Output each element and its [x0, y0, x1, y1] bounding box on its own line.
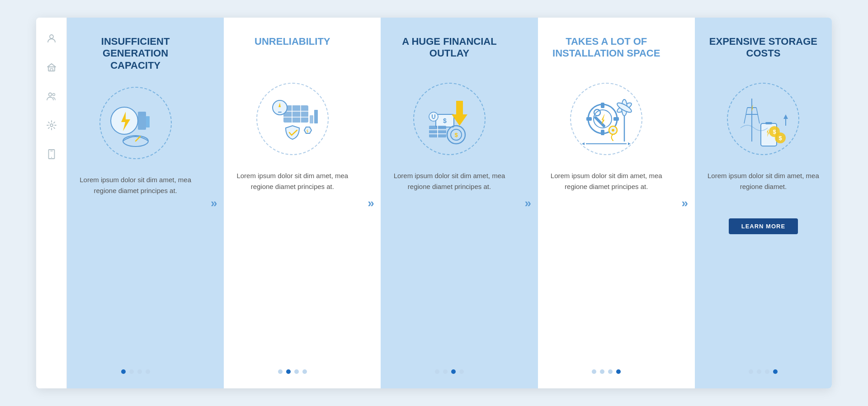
settings-icon[interactable]	[45, 119, 58, 132]
panels-container: INSUFFICIENT GENERATION CAPACITY L	[67, 18, 832, 388]
panel-1-illustration	[95, 82, 176, 164]
sidebar	[36, 18, 67, 388]
panel-3-title: A HUGE FINANCIAL OUTLAY	[392, 36, 507, 67]
user-icon[interactable]	[45, 32, 58, 45]
svg-point-3	[48, 93, 52, 96]
panel-1-pagination	[121, 369, 150, 374]
dot-4-1	[592, 369, 596, 374]
dot-3-1	[435, 369, 439, 374]
chevron-right-icon-4: »	[682, 196, 688, 210]
panel-1-title: INSUFFICIENT GENERATION CAPACITY	[78, 36, 193, 71]
dot-4-4	[616, 369, 621, 374]
panel-3-description: Lorem ipsum dolor sit dim amet, mea regi…	[392, 170, 507, 211]
panel-2-title: UNRELIABILITY	[255, 36, 330, 67]
dot-5-2	[757, 369, 761, 374]
people-icon[interactable]	[45, 90, 58, 103]
dot-5-4	[773, 369, 778, 374]
dot-2-4	[302, 369, 307, 374]
arrow-connector-3: »	[518, 18, 538, 388]
chevron-right-icon-3: »	[524, 196, 531, 210]
dot-3-2	[443, 369, 448, 374]
dot-3-4	[459, 369, 464, 374]
panel-5-description: Lorem ipsum dolor sit dim amet, mea regi…	[706, 170, 821, 211]
panel-5-title: EXPENSIVE STORAGE COSTS	[706, 36, 821, 67]
dot-5-1	[749, 369, 753, 374]
panel-installation: TAKES A LOT OF INSTALLATION SPACE	[538, 18, 675, 388]
dot-2-3	[294, 369, 299, 374]
dot-1-4	[146, 369, 150, 374]
panel-2-pagination	[278, 369, 307, 374]
dot-1-1	[121, 369, 126, 374]
learn-more-button[interactable]: LEARN MORE	[729, 218, 798, 234]
panel-storage: EXPENSIVE STORAGE COSTS	[695, 18, 832, 388]
dot-4-2	[600, 369, 604, 374]
svg-rect-2	[50, 69, 53, 71]
panel-4-description: Lorem ipsum dolor sit dim amet, mea regi…	[549, 170, 664, 211]
panel-1-description: Lorem ipsum dolor sit dim amet, mea regi…	[78, 175, 193, 215]
panel-financial: A HUGE FINANCIAL OUTLAY $ $	[381, 18, 518, 388]
panel-2-description: Lorem ipsum dolor sit dim amet, mea regi…	[235, 170, 350, 211]
svg-point-6	[51, 157, 52, 158]
main-container: INSUFFICIENT GENERATION CAPACITY L	[36, 18, 832, 388]
panel-insufficient-generation: INSUFFICIENT GENERATION CAPACITY L	[67, 18, 204, 388]
svg-point-4	[52, 94, 55, 96]
arrow-connector-4: »	[675, 18, 695, 388]
phone-icon[interactable]	[45, 148, 58, 161]
panel-4-title: TAKES A LOT OF INSTALLATION SPACE	[549, 36, 664, 67]
panel-5-pagination	[749, 369, 778, 374]
dot-1-3	[137, 369, 142, 374]
panel-4-pagination	[592, 369, 621, 374]
arrow-connector-2: »	[361, 18, 381, 388]
panel-4-illustration	[566, 78, 647, 160]
svg-point-0	[50, 35, 53, 38]
chevron-right-icon-1: »	[211, 196, 217, 210]
dot-4-3	[608, 369, 613, 374]
dot-2-1	[278, 369, 283, 374]
dot-1-2	[129, 369, 134, 374]
dot-5-3	[765, 369, 769, 374]
panel-2-illustration	[252, 78, 333, 160]
arrow-connector-1: »	[204, 18, 224, 388]
home-icon[interactable]	[45, 61, 58, 74]
svg-point-5	[50, 124, 53, 127]
dot-2-2	[286, 369, 291, 374]
panel-3-illustration: $ $	[409, 78, 490, 160]
dot-3-3	[451, 369, 456, 374]
panel-3-pagination	[435, 369, 464, 374]
chevron-right-icon-2: »	[368, 196, 374, 210]
panel-5-illustration: $ $	[722, 78, 804, 160]
panel-unreliability: UNRELIABILITY	[224, 18, 361, 388]
